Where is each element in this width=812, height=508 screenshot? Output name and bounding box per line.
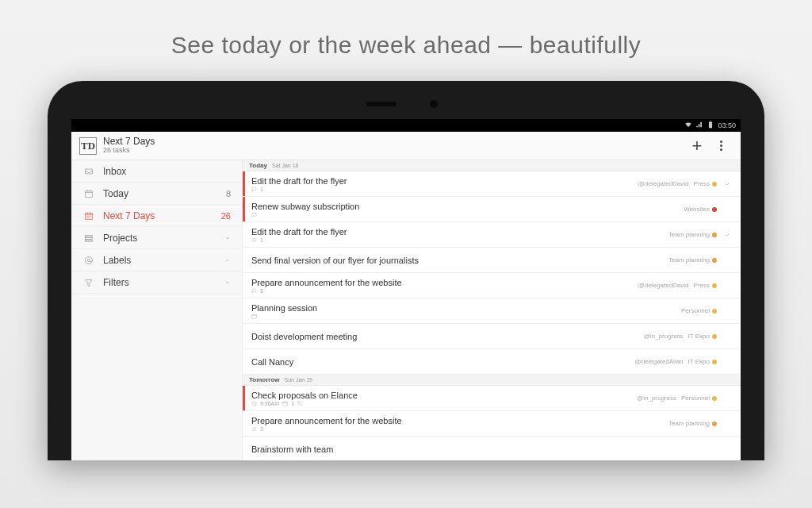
task-main: Prepare announcement for the website3 [245,273,638,298]
add-button[interactable]: + [685,134,709,158]
android-statusbar: 03:50 [71,119,741,132]
calendar-today-icon [82,189,95,198]
svg-point-12 [299,402,300,402]
task-row[interactable]: Prepare announcement for the website3Tea… [243,411,741,437]
subtask-icon [251,237,257,244]
task-project: IT Expo [688,358,717,365]
task-main: Edit the draft for the flyer1 [245,171,638,196]
project-color-dot [712,233,717,237]
task-label: @in_progress [644,333,684,340]
task-right: @in_progressIT Expo [644,324,741,348]
svg-rect-6 [86,240,93,241]
sidebar-item-filters[interactable]: Filters [71,271,242,294]
task-meta: 9:30AM1 [251,401,630,407]
day-date: Sat Jan 18 [272,163,298,168]
task-project: IT Expo [688,333,717,340]
sidebar-label: Inbox [103,166,231,177]
app-header: TD Next 7 Days 26 tasks + [71,132,741,160]
tablet-frame: 03:50 TD Next 7 Days 26 tasks + Inbox [48,81,764,460]
task-project: Personnel [681,394,717,402]
task-main: Check proposals on Elance9:30AM1 [245,386,637,410]
task-meta [251,212,677,218]
task-right: @delegatedAllanIT Expo [635,349,741,374]
task-title: Check proposals on Elance [251,391,630,400]
task-main: Prepare announcement for the website3 [245,411,668,436]
day-name: Today [249,162,267,169]
task-title: Prepare announcement for the website [251,278,632,287]
expand-button[interactable] [722,181,733,187]
comment-icon [251,288,257,294]
task-label: @delegatedDavid [638,282,689,289]
task-title: Planning session [251,303,675,313]
task-meta-text: 3 [260,426,263,432]
app-logo[interactable]: TD [79,137,97,155]
svg-rect-5 [86,237,93,239]
task-project: Team planning [668,256,717,264]
task-row[interactable]: Renew subway subscriptionWebsites [243,197,741,222]
sidebar-item-projects[interactable]: Projects [71,227,242,249]
task-row[interactable]: Check proposals on Elance9:30AM1@in_prog… [243,386,741,411]
sidebar-item-next7days[interactable]: Next 7 Days 26 [71,205,242,227]
chevron-down-icon [224,277,231,288]
sidebar-item-labels[interactable]: Labels [71,249,242,271]
app-body: Inbox Today 8 Next 7 Days 26 Projects [71,160,741,460]
sidebar: Inbox Today 8 Next 7 Days 26 Projects [71,160,243,460]
battery-icon [707,121,714,130]
task-title: Call Nancy [251,357,629,367]
project-name: Team planning [668,256,710,264]
task-project: Press [694,180,717,187]
sidebar-label: Next 7 Days [103,210,221,221]
task-title: Renew subway subscription [251,202,677,211]
task-meta [251,314,675,320]
task-right [722,437,741,460]
task-meta-text: 1 [291,401,294,406]
task-right: Websites [684,197,741,221]
task-row[interactable]: Call Nancy@delegatedAllanIT Expo [243,349,741,375]
sidebar-item-inbox[interactable]: Inbox [71,160,242,183]
task-row[interactable]: Edit the draft for the flyer1Team planni… [243,222,741,248]
subtask-icon [251,426,257,433]
header-subtitle: 26 tasks [103,147,155,155]
task-title: Edit the draft for the flyer [251,227,662,237]
task-row[interactable]: Send final version of our flyer for jour… [243,248,741,273]
sidebar-item-today[interactable]: Today 8 [71,183,242,205]
task-row[interactable]: Brainstorm with team [243,437,741,460]
project-color-dot [712,334,717,339]
project-name: Team planning [668,420,710,427]
task-right: @delegatedDavidPress [638,171,741,196]
project-color-dot [712,309,717,314]
task-meta: 1 [251,187,632,193]
calendar-week-icon [82,211,95,221]
task-list[interactable]: TodaySat Jan 18Edit the draft for the fl… [243,160,741,460]
task-title: Prepare announcement for the website [251,416,662,425]
project-name: Press [694,282,710,289]
date-icon [282,401,288,407]
task-row[interactable]: Prepare announcement for the website3@de… [243,273,741,298]
project-name: IT Expo [688,358,710,365]
page-caption: See today or the week ahead — beautifull… [0,0,812,81]
task-row[interactable]: Doist development meeting@in_progressIT … [243,324,741,349]
task-right: Personnel [681,298,741,323]
more-vert-icon [720,140,722,151]
overflow-menu-button[interactable] [709,134,733,158]
svg-rect-2 [86,190,93,197]
task-row[interactable]: Edit the draft for the flyer1@delegatedD… [243,171,741,197]
day-header: TomorrowSun Jan 19 [243,375,741,386]
project-color-dot [712,207,717,212]
task-main: Brainstorm with team [245,437,722,460]
expand-button[interactable] [722,232,733,238]
task-row[interactable]: Planning sessionPersonnel [243,298,741,324]
chevron-down-icon [224,233,231,244]
task-main: Planning session [245,298,681,323]
sidebar-label: Projects [103,233,221,244]
task-meta-text: 1 [260,237,263,243]
svg-rect-0 [709,122,712,129]
task-title: Brainstorm with team [251,444,715,454]
day-date: Sun Jan 19 [285,377,312,383]
task-label: @delegatedAllan [635,358,684,365]
task-meta-text: 9:30AM [260,401,279,406]
task-title: Send final version of our flyer for jour… [251,256,662,265]
status-clock: 03:50 [718,121,736,129]
svg-rect-1 [710,121,712,121]
project-name: IT Expo [688,333,710,340]
